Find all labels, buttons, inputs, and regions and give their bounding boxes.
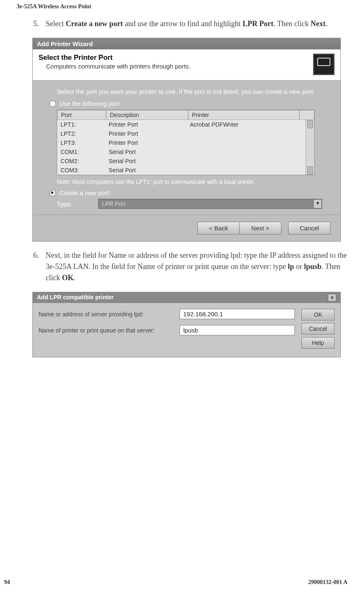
create-port-label: Create a new port: — [59, 189, 110, 196]
use-port-radio[interactable] — [49, 100, 56, 107]
wizard-note: Note: Most computers use the LPT1: port … — [57, 178, 322, 185]
cancel-button[interactable]: Cancel — [301, 323, 335, 335]
cancel-button[interactable]: Cancel — [288, 222, 330, 235]
page-header: 3e-525A Wireless Access Point — [17, 0, 347, 10]
back-button[interactable]: < Back — [197, 222, 239, 235]
wizard-instruction: Select the port you want your printer to… — [57, 88, 322, 95]
table-row[interactable]: LPT3:Printer Port — [57, 138, 306, 147]
printer-icon — [313, 54, 335, 75]
step-5-num: 5. — [33, 18, 46, 29]
queue-name-label: Name of printer or print queue on that s… — [39, 327, 180, 334]
doc-number: 29000132-001 A — [308, 579, 348, 586]
table-row[interactable]: LPT2:Printer Port — [57, 129, 306, 138]
lpr-titlebar: Add LPR compatible printer × — [33, 292, 340, 303]
table-row[interactable]: COM1:Serial Port — [57, 147, 306, 156]
wizard-titlebar: Add Printer Wizard — [33, 38, 340, 49]
page-number: 94 — [4, 579, 10, 586]
wizard-header-sub: Computers communicate with printers thro… — [46, 63, 313, 70]
type-label: Type: — [57, 200, 98, 208]
use-port-label: Use the following port: — [59, 100, 121, 107]
table-row[interactable]: LPT1:Printer PortAcrobat PDFWriter — [57, 120, 306, 129]
close-icon[interactable]: × — [328, 294, 336, 301]
add-printer-wizard-dialog: Add Printer Wizard Select the Printer Po… — [32, 38, 341, 242]
server-address-input[interactable]: 192.168.200.1 — [180, 309, 295, 319]
scrollbar[interactable] — [306, 120, 314, 175]
col-desc: Description — [106, 110, 188, 120]
step-6: 6.Next, in the field for Name or address… — [46, 250, 347, 284]
col-printer: Printer — [188, 110, 299, 120]
port-type-select[interactable]: LPR Port ▾ — [98, 199, 322, 209]
ports-table[interactable]: Port Description Printer LPT1:Printer Po… — [57, 110, 315, 175]
chevron-down-icon[interactable]: ▾ — [313, 199, 322, 208]
help-button[interactable]: Help — [301, 337, 335, 349]
step-5: 5.Select Create a new port and use the a… — [46, 18, 347, 29]
scroll-up-icon[interactable] — [299, 110, 314, 120]
create-port-radio[interactable] — [49, 190, 56, 196]
wizard-header-panel: Select the Printer Port Computers commun… — [33, 49, 340, 81]
table-row[interactable]: COM2:Serial Port — [57, 156, 306, 166]
wizard-header-title: Select the Printer Port — [39, 54, 313, 62]
step-6-num: 6. — [33, 250, 46, 261]
queue-name-input[interactable]: lpusb — [180, 325, 295, 335]
ok-button[interactable]: OK — [301, 309, 335, 320]
server-address-label: Name or address of server providing lpd: — [39, 311, 180, 318]
table-row[interactable]: COM3:Serial Port — [57, 166, 306, 175]
add-lpr-printer-dialog: Add LPR compatible printer × Name or add… — [32, 292, 341, 357]
next-button[interactable]: Next > — [239, 222, 281, 235]
col-port: Port — [57, 110, 106, 120]
